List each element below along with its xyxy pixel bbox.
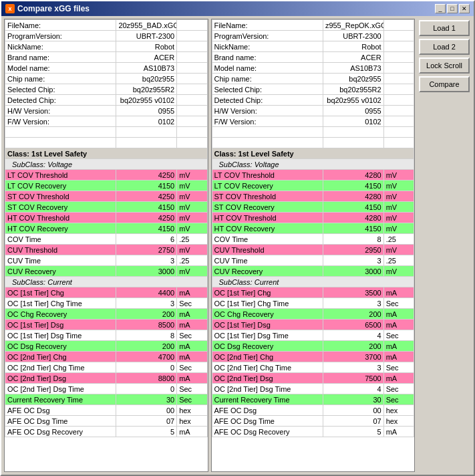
row-label: CUV Recovery — [212, 266, 323, 277]
row-unit: Sec — [177, 330, 207, 341]
row-unit: mV — [177, 181, 207, 191]
compare-button[interactable]: Compare — [419, 76, 470, 92]
table-row: OC [1st Tier] Chg Time3Sec — [5, 298, 208, 309]
row-unit: Sec — [177, 394, 207, 405]
row-unit: mA — [177, 427, 207, 437]
row-value: z955_RepOK.xGG — [323, 20, 383, 31]
row-label: Selected Chip: — [212, 84, 323, 95]
row-value: 0102 — [116, 116, 177, 127]
row-value: 07 — [116, 416, 177, 427]
row-label: OC [1st Tier] Dsg — [212, 320, 323, 330]
table-row — [5, 127, 208, 138]
row-unit: hex — [177, 405, 207, 416]
table-row: AFE OC Dsg00hex — [5, 405, 208, 416]
row-label: OC [2nd Tier] Chg — [212, 352, 323, 362]
row-value: 200 — [323, 341, 383, 352]
minimize-button[interactable]: _ — [435, 4, 446, 13]
table-row: OC Chg Recovery200mA — [5, 309, 208, 320]
row-value: 2750 — [116, 245, 177, 255]
row-label: Model name: — [5, 63, 116, 74]
row-label: Brand name: — [212, 52, 323, 63]
lock-scroll-button[interactable]: Lock Scroll — [419, 57, 470, 74]
row-label: COV Time — [212, 234, 323, 245]
row-value: 0955 — [116, 106, 177, 116]
row-label: NickName: — [212, 41, 323, 52]
row-unit: hex — [177, 416, 207, 427]
close-button[interactable]: ✕ — [459, 4, 470, 13]
row-unit: .25 — [383, 255, 414, 266]
table-row: SubClass: Current — [5, 277, 208, 287]
table-row: OC [2nd Tier] Dsg7500mA — [212, 373, 414, 384]
table-row: OC Chg Recovery200mA — [212, 309, 414, 320]
row-value: 200 — [116, 341, 177, 352]
maximize-button[interactable]: □ — [447, 4, 458, 13]
table-row: Current Recovery Time30Sec — [212, 394, 414, 405]
table-row: AFE OC Dsg Recovery5mA — [5, 427, 208, 437]
row-label: FileName: — [212, 20, 323, 31]
row-value: 30 — [116, 394, 177, 405]
row-value: 4700 — [116, 352, 177, 362]
row-value: 4280 — [323, 170, 383, 181]
row-label: ST COV Threshold — [212, 191, 323, 202]
row-unit — [177, 31, 207, 41]
row-label: Brand name: — [5, 52, 116, 63]
row-value — [116, 138, 177, 148]
table-row: AFE OC Dsg00hex — [212, 405, 414, 416]
row-value: 7500 — [323, 373, 383, 384]
table-row — [212, 127, 414, 138]
row-label: COV Time — [5, 234, 116, 245]
row-value: 4250 — [116, 213, 177, 223]
row-value: 6 — [116, 234, 177, 245]
row-label: LT COV Threshold — [5, 170, 116, 181]
table-row: HT COV Recovery4150mV — [5, 223, 208, 234]
row-unit — [383, 95, 414, 106]
row-unit — [177, 95, 207, 106]
row-label: OC [2nd Tier] Chg Time — [212, 362, 323, 373]
window-title: Compare xGG files — [17, 4, 90, 13]
row-value: 4250 — [116, 170, 177, 181]
row-value: 0 — [116, 384, 177, 394]
row-label: OC [1st Tier] Dsg — [5, 320, 116, 330]
row-unit: mV — [177, 213, 207, 223]
row-unit: mA — [177, 320, 207, 330]
table-row: Class: 1st Level Safety — [5, 148, 208, 159]
row-value: bq20z955R2 — [116, 84, 177, 95]
panel2-scroll[interactable]: FileName:z955_RepOK.xGGProgramVersion:UB… — [212, 19, 415, 471]
table-row: ProgramVersion:UBRT-2300 — [212, 31, 414, 41]
load1-button[interactable]: Load 1 — [419, 20, 470, 36]
row-label: Current Recovery Time — [212, 394, 323, 405]
table-row: FileName:z955_RepOK.xGG — [212, 20, 414, 31]
table-row: Detected Chip:bq20z955 v0102 — [5, 95, 208, 106]
row-label: F/W Version: — [5, 116, 116, 127]
row-value: 200 — [323, 309, 383, 320]
table-row: Class: 1st Level Safety — [212, 148, 414, 159]
table-row: H/W Version:0955 — [212, 106, 414, 116]
row-value: ACER — [323, 52, 383, 63]
table-row: CUV Recovery3000mV — [212, 266, 414, 277]
panel2-table: FileName:z955_RepOK.xGGProgramVersion:UB… — [212, 19, 415, 437]
row-value — [116, 127, 177, 138]
row-value: 3500 — [323, 287, 383, 298]
row-unit: .25 — [177, 255, 207, 266]
row-value: 3000 — [116, 266, 177, 277]
row-unit — [177, 138, 207, 148]
table-row: OC Dsg Recovery200mA — [5, 341, 208, 352]
title-bar: x Compare xGG files _ □ ✕ — [1, 1, 474, 16]
row-label: ST COV Recovery — [5, 202, 116, 213]
row-unit — [177, 127, 207, 138]
row-value: 5 — [116, 427, 177, 437]
table-row: CUV Threshold2750mV — [5, 245, 208, 255]
row-label: Chip name: — [212, 74, 323, 84]
row-unit: mV — [177, 266, 207, 277]
row-value: 4400 — [116, 287, 177, 298]
row-value: 0102 — [323, 116, 383, 127]
row-unit — [177, 52, 207, 63]
subclass-header: SubClass: Voltage — [212, 159, 414, 170]
row-value: 3 — [323, 298, 383, 309]
row-unit: mV — [383, 191, 414, 202]
row-value: AS10B73 — [323, 63, 383, 74]
load2-button[interactable]: Load 2 — [419, 39, 470, 55]
panel1-scroll[interactable]: FileName:20z955_BAD.xGGProgramVersion:UB… — [5, 19, 208, 471]
row-label: AFE OC Dsg Time — [5, 416, 116, 427]
row-label: AFE OC Dsg Time — [212, 416, 323, 427]
